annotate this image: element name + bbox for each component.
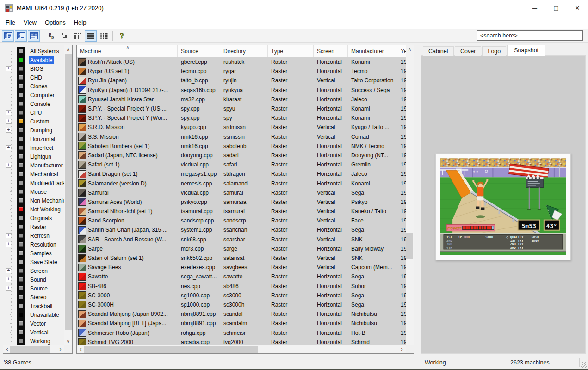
sidebar-item-stereo[interactable]: Stereo [3, 293, 64, 302]
table-row[interactable]: Savage Beesexedexes.cppsavgbeesRasterVer… [77, 263, 406, 272]
sidebar-item-source[interactable]: +Source [3, 284, 64, 293]
expand-plus-icon[interactable]: + [6, 242, 11, 247]
sidebar-item-screen[interactable]: +Screen [3, 266, 64, 275]
table-row[interactable]: Sargemcr3.cppsargeRasterHorizontalBally … [77, 244, 406, 253]
table-row[interactable]: Scandal Mahjong [BET] (Japa...nbmj8891.c… [77, 319, 406, 328]
menu-view[interactable]: View [19, 17, 41, 29]
sidebar-item-manufacturer[interactable]: +Manufacturer [3, 161, 64, 170]
view-grouped-icon[interactable] [15, 30, 27, 42]
sidebar-item-vector[interactable]: Vector [3, 319, 64, 328]
sidebar-item-available[interactable]: Available [3, 56, 64, 64]
table-row[interactable]: Samuraivicdual.cppsamuraiRasterVerticalS… [77, 188, 406, 197]
help-icon[interactable]: ? [116, 30, 128, 42]
table-row[interactable]: Salamander (version D)nemesis.cppsalaman… [77, 179, 406, 188]
table-row[interactable]: RyuKyu (Japan) (FD1094 317-...segas16b.c… [77, 86, 406, 95]
table-row[interactable]: S.P.Y. - Special Project Y (Wor...spy.cp… [77, 113, 406, 123]
sidebar-item-imperfect[interactable]: +Imperfect [3, 143, 64, 152]
view-list-icon[interactable] [28, 30, 40, 42]
column-header-type[interactable]: Type [268, 45, 314, 57]
table-row[interactable]: Scandal Mahjong (Japan 8902...nbmj8891.c… [77, 309, 406, 319]
scrollbar-thumb[interactable] [10, 346, 50, 353]
sidebar-item-not-working[interactable]: Not Working [3, 205, 64, 214]
sidebar-item-computer[interactable]: Computer [3, 91, 64, 99]
sidebar-item-mechanical[interactable]: Mechanical [3, 170, 64, 179]
maximize-button[interactable]: □ [545, 0, 567, 17]
table-row[interactable]: Sadari (Japan, NTC license)dooyong.cppsa… [77, 151, 406, 160]
expand-plus-icon[interactable]: + [6, 119, 11, 124]
table-row[interactable]: Schmeiser Robo (Japan)rohga.cppschmeisrR… [77, 328, 406, 337]
sidebar-item-raster[interactable]: Raster [3, 222, 64, 231]
sidebar-item-modified-hack[interactable]: Modified/Hack [3, 179, 64, 187]
sidebar-item-save-state[interactable]: Save State [3, 258, 64, 266]
tab-cover[interactable]: Cover [455, 46, 481, 56]
table-row[interactable]: Safari (set 1)vicdual.cppsafariRasterHor… [77, 160, 406, 169]
table-row[interactable]: SAR - Search And Rescue (W...snk68.cppse… [77, 235, 406, 244]
expand-plus-icon[interactable]: + [6, 145, 11, 150]
scroll-down-icon[interactable]: ∨ [64, 338, 72, 345]
tree-horizontal-scrollbar[interactable]: ‹ › [3, 345, 64, 353]
tab-snapshot[interactable]: Snapshot [507, 45, 545, 56]
scroll-right-icon[interactable]: › [56, 345, 64, 353]
table-row[interactable]: Ryuusei Janshi Kirara Starms32.cppkirara… [77, 95, 406, 104]
table-row[interactable]: Samurai Aces (World)psikyo.cppsamuraiaRa… [77, 197, 406, 207]
sidebar-item-custom[interactable]: +Custom [3, 117, 64, 126]
table-row[interactable]: Ryu Jin (Japan)taito_b.cppryujinRasterVe… [77, 76, 406, 85]
expand-plus-icon[interactable]: + [6, 128, 11, 133]
sidebar-item-samples[interactable]: Samples [3, 249, 64, 258]
minimize-button[interactable]: ─ [524, 0, 545, 17]
scroll-right-icon[interactable]: › [398, 345, 406, 353]
table-row[interactable]: Rygar (US set 1)tecmo.cpprygarRasterHori… [77, 67, 406, 76]
view-details-icon[interactable] [2, 30, 14, 42]
sidebar-item-bios[interactable]: +BIOS [3, 64, 64, 73]
tab-cabinet[interactable]: Cabinet [423, 46, 454, 56]
search-input[interactable] [477, 30, 583, 41]
menu-options[interactable]: Options [41, 17, 70, 29]
expand-plus-icon[interactable]: + [6, 268, 11, 273]
column-header-year[interactable]: Year [397, 45, 406, 57]
close-button[interactable]: ✕ [567, 0, 588, 17]
expand-plus-icon[interactable]: + [6, 286, 11, 291]
table-row[interactable]: Saint Dragon (set 1)megasys1.cppstdragon… [77, 169, 406, 179]
table-row[interactable]: Schmid TVG 2000arcadia.cpptvg2000RasterH… [77, 338, 406, 345]
sidebar-item-trackball[interactable]: Trackball [3, 302, 64, 310]
table-row[interactable]: S.R.D. Missionkyugo.cppsrdmissnRasterVer… [77, 123, 406, 132]
tree-collapse-icon[interactable] [59, 30, 71, 42]
column-header-source[interactable]: Source [178, 45, 220, 57]
sidebar-item-refresh[interactable]: +Refresh [3, 231, 64, 240]
tab-logo[interactable]: Logo [482, 46, 506, 56]
sidebar-item-console[interactable]: Console [3, 99, 64, 108]
scrollbar-thumb[interactable] [65, 54, 72, 330]
sidebar-item-all-systems[interactable]: All Systems [3, 47, 64, 56]
sidebar-item-sound[interactable]: +Sound [3, 275, 64, 284]
sidebar-item-cpu[interactable]: +CPU [3, 108, 64, 117]
scrollbar-thumb[interactable] [406, 233, 413, 259]
sidebar-item-horizontal[interactable]: Horizontal [3, 135, 64, 143]
sidebar-item-resolution[interactable]: +Resolution [3, 240, 64, 249]
resize-grip[interactable] [581, 362, 587, 368]
table-row[interactable]: Saboten Bombers (set 1)nmk16.cppsabotenb… [77, 142, 406, 151]
scroll-up-icon[interactable]: ∧ [406, 45, 414, 53]
menu-help[interactable]: Help [70, 17, 91, 29]
expand-plus-icon[interactable]: + [6, 233, 11, 238]
sidebar-item-dumping[interactable]: +Dumping [3, 126, 64, 135]
sidebar-item-unavailable[interactable]: Unavailable [3, 310, 64, 319]
table-row[interactable]: SB-486nes.cppsb486RasterHorizontalSubor1… [77, 282, 406, 291]
menu-file[interactable]: File [1, 17, 19, 29]
sidebar-item-working[interactable]: Working [3, 337, 64, 345]
expand-plus-icon[interactable]: + [6, 66, 11, 71]
table-row[interactable]: Samurai Nihon-Ichi (set 1)tsamurai.cppts… [77, 207, 406, 216]
table-row[interactable]: Satan of Saturn (set 1)snk6502.cppsatans… [77, 253, 406, 263]
table-row[interactable]: SC-3000Hsg1000.cppsc3000hRasterHorizonta… [77, 300, 406, 309]
folders-toggle-icon[interactable]: DD [46, 30, 58, 42]
tree-vertical-scrollbar[interactable]: ∧ ∨ [64, 45, 72, 345]
sidebar-item-originals[interactable]: Originals [3, 214, 64, 222]
scroll-up-icon[interactable]: ∧ [64, 45, 72, 53]
list-vertical-scrollbar[interactable]: ∧ ∨ [406, 45, 414, 353]
list-horizontal-scrollbar[interactable]: ‹ › [77, 345, 406, 353]
grid-detail-icon[interactable] [98, 30, 110, 42]
sidebar-item-vertical[interactable]: Vertical [3, 328, 64, 337]
table-row[interactable]: S.S. Missionnmk16.cppssmissinRasterVerti… [77, 132, 406, 142]
table-row[interactable]: Rush'n Attack (US)gberet.cpprushatckRast… [77, 57, 406, 67]
table-row[interactable]: Sand Scorpionsandscrp.cppsandscrpRasterV… [77, 216, 406, 225]
sidebar-item-mouse[interactable]: Mouse [3, 187, 64, 196]
